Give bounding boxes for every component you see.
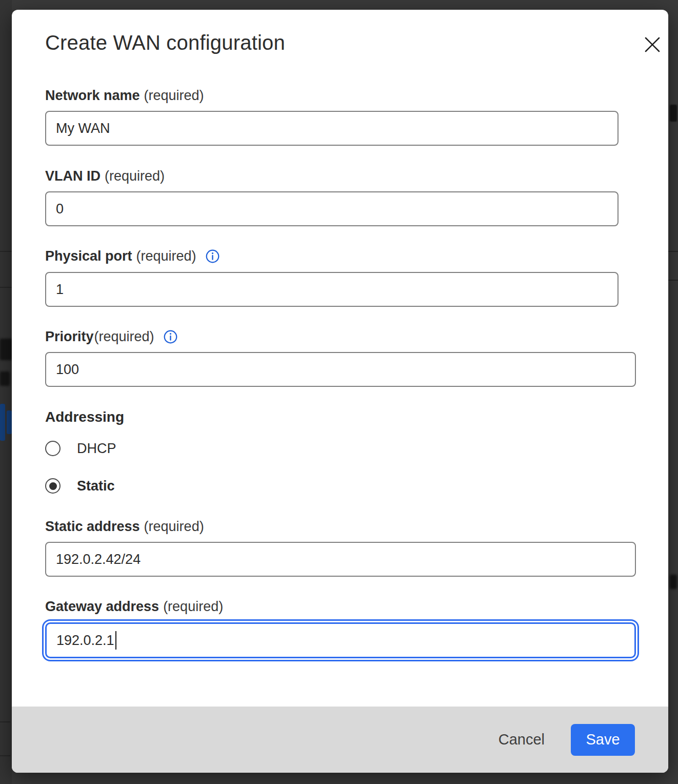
text-caret [115,631,116,650]
addressing-option-static[interactable]: Static [45,477,115,495]
cancel-button[interactable]: Cancel [497,728,546,751]
priority-input[interactable] [45,352,636,387]
static-address-input[interactable] [45,542,636,577]
radio-label: DHCP [77,441,116,457]
backdrop-table-line [0,721,10,722]
info-icon[interactable] [206,249,220,263]
static-address-label: Static address (required) [45,517,204,536]
radio-icon[interactable] [45,478,61,494]
addressing-heading: Addressing [45,408,124,426]
backdrop-text-fragment [0,339,13,360]
radio-icon[interactable] [45,441,61,456]
backdrop-table-line [0,287,12,288]
addressing-option-dhcp[interactable]: DHCP [45,439,116,458]
backdrop-left-strip [0,0,12,784]
dialog-title: Create WAN configuration [45,29,285,56]
backdrop-text-fragment [670,575,677,589]
backdrop-table-line [668,251,678,252]
save-button[interactable]: Save [571,724,635,756]
vlan-id-input[interactable] [45,191,619,226]
network-name-label: Network name (required) [45,86,204,105]
vlan-id-label: VLAN ID (required) [45,167,165,185]
backdrop-blue-button-fragment [7,410,12,434]
close-button[interactable] [632,25,655,47]
gateway-address-label: Gateway address (required) [45,597,223,616]
gateway-address-input[interactable]: 192.0.2.1 [45,622,636,658]
backdrop-table-line [0,251,12,252]
radio-label: Static [77,478,115,494]
backdrop-blue-button-fragment [0,404,5,441]
backdrop-table-line [0,755,10,756]
physical-port-label: Physical port (required) [45,247,220,265]
physical-port-input[interactable] [45,272,619,307]
backdrop-text-fragment [670,105,677,122]
dialog-footer: Cancel Save [12,707,668,773]
screen: { "dialog": { "title": "Create WAN confi… [0,0,678,784]
network-name-input[interactable] [45,111,619,146]
info-icon[interactable] [164,330,177,344]
backdrop-text-fragment [0,371,10,386]
backdrop-table-line [668,280,678,281]
create-wan-dialog: Create WAN configuration Network name (r… [12,10,668,773]
priority-label: Priority (required) [45,327,177,346]
